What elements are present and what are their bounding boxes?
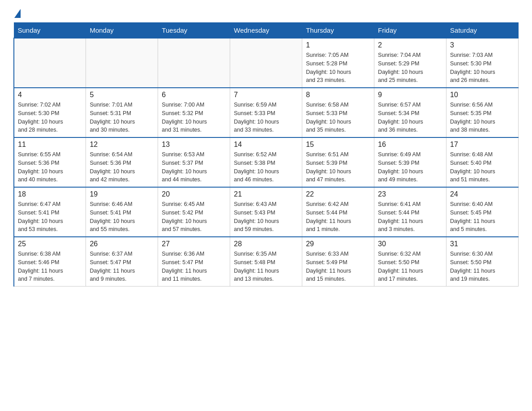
day-number: 1 <box>306 41 370 49</box>
day-number: 26 <box>90 240 154 248</box>
calendar-cell: 18Sunrise: 6:47 AM Sunset: 5:41 PM Dayli… <box>14 187 86 237</box>
day-info: Sunrise: 6:46 AM Sunset: 5:41 PM Dayligh… <box>90 200 154 234</box>
day-info: Sunrise: 6:32 AM Sunset: 5:50 PM Dayligh… <box>378 250 442 283</box>
day-info: Sunrise: 7:02 AM Sunset: 5:30 PM Dayligh… <box>18 101 82 134</box>
weekday-header-wednesday: Wednesday <box>230 23 302 39</box>
day-number: 12 <box>90 141 154 149</box>
logo-triangle-icon <box>14 9 21 18</box>
day-info: Sunrise: 6:42 AM Sunset: 5:44 PM Dayligh… <box>306 200 370 234</box>
day-number: 30 <box>378 240 442 248</box>
calendar-cell: 1Sunrise: 7:05 AM Sunset: 5:28 PM Daylig… <box>302 38 374 88</box>
day-number: 2 <box>378 41 442 49</box>
day-info: Sunrise: 6:30 AM Sunset: 5:50 PM Dayligh… <box>450 250 515 283</box>
weekday-header-friday: Friday <box>374 23 446 39</box>
day-number: 13 <box>162 141 226 149</box>
calendar-cell: 20Sunrise: 6:45 AM Sunset: 5:42 PM Dayli… <box>158 187 230 237</box>
calendar-week-2: 4Sunrise: 7:02 AM Sunset: 5:30 PM Daylig… <box>14 88 519 137</box>
day-number: 10 <box>450 91 515 99</box>
day-info: Sunrise: 6:37 AM Sunset: 5:47 PM Dayligh… <box>90 250 154 283</box>
day-info: Sunrise: 6:54 AM Sunset: 5:36 PM Dayligh… <box>90 150 154 184</box>
weekday-header-sunday: Sunday <box>14 23 86 39</box>
day-number: 18 <box>18 190 82 198</box>
day-number: 4 <box>18 91 82 99</box>
day-number: 19 <box>90 190 154 198</box>
day-info: Sunrise: 7:00 AM Sunset: 5:32 PM Dayligh… <box>162 101 226 134</box>
calendar-body: 1Sunrise: 7:05 AM Sunset: 5:28 PM Daylig… <box>14 38 519 287</box>
calendar-cell: 15Sunrise: 6:51 AM Sunset: 5:39 PM Dayli… <box>302 137 374 187</box>
calendar-cell: 13Sunrise: 6:53 AM Sunset: 5:37 PM Dayli… <box>158 137 230 187</box>
calendar-cell: 23Sunrise: 6:41 AM Sunset: 5:44 PM Dayli… <box>374 187 446 237</box>
calendar-cell: 24Sunrise: 6:40 AM Sunset: 5:45 PM Dayli… <box>446 187 519 237</box>
calendar-cell: 2Sunrise: 7:04 AM Sunset: 5:29 PM Daylig… <box>374 38 446 88</box>
day-info: Sunrise: 6:47 AM Sunset: 5:41 PM Dayligh… <box>18 200 82 234</box>
day-info: Sunrise: 6:53 AM Sunset: 5:37 PM Dayligh… <box>162 150 226 184</box>
day-number: 11 <box>18 141 82 149</box>
calendar-cell: 17Sunrise: 6:48 AM Sunset: 5:40 PM Dayli… <box>446 137 519 187</box>
weekday-header-tuesday: Tuesday <box>158 23 230 39</box>
calendar-cell: 12Sunrise: 6:54 AM Sunset: 5:36 PM Dayli… <box>86 137 158 187</box>
calendar-cell: 9Sunrise: 6:57 AM Sunset: 5:34 PM Daylig… <box>374 88 446 137</box>
day-number: 5 <box>90 91 154 99</box>
day-number: 28 <box>234 240 298 248</box>
day-number: 7 <box>234 91 298 99</box>
day-number: 6 <box>162 91 226 99</box>
day-number: 25 <box>18 240 82 248</box>
day-number: 17 <box>450 141 515 149</box>
calendar-cell: 4Sunrise: 7:02 AM Sunset: 5:30 PM Daylig… <box>14 88 86 137</box>
day-info: Sunrise: 6:55 AM Sunset: 5:36 PM Dayligh… <box>18 150 82 184</box>
calendar-week-1: 1Sunrise: 7:05 AM Sunset: 5:28 PM Daylig… <box>14 38 519 88</box>
day-info: Sunrise: 6:40 AM Sunset: 5:45 PM Dayligh… <box>450 200 515 234</box>
day-info: Sunrise: 7:01 AM Sunset: 5:31 PM Dayligh… <box>90 101 154 134</box>
calendar-cell <box>158 38 230 88</box>
calendar-cell: 26Sunrise: 6:37 AM Sunset: 5:47 PM Dayli… <box>86 237 158 287</box>
day-info: Sunrise: 6:36 AM Sunset: 5:47 PM Dayligh… <box>162 250 226 283</box>
calendar-cell: 31Sunrise: 6:30 AM Sunset: 5:50 PM Dayli… <box>446 237 519 287</box>
calendar-cell: 27Sunrise: 6:36 AM Sunset: 5:47 PM Dayli… <box>158 237 230 287</box>
day-number: 21 <box>234 190 298 198</box>
calendar-cell: 25Sunrise: 6:38 AM Sunset: 5:46 PM Dayli… <box>14 237 86 287</box>
day-number: 16 <box>378 141 442 149</box>
day-number: 23 <box>378 190 442 198</box>
weekday-header-monday: Monday <box>86 23 158 39</box>
day-number: 22 <box>306 190 370 198</box>
day-info: Sunrise: 6:49 AM Sunset: 5:39 PM Dayligh… <box>378 150 442 184</box>
calendar-cell: 7Sunrise: 6:59 AM Sunset: 5:33 PM Daylig… <box>230 88 302 137</box>
calendar-cell: 22Sunrise: 6:42 AM Sunset: 5:44 PM Dayli… <box>302 187 374 237</box>
calendar-cell: 6Sunrise: 7:00 AM Sunset: 5:32 PM Daylig… <box>158 88 230 137</box>
day-number: 29 <box>306 240 370 248</box>
day-info: Sunrise: 6:52 AM Sunset: 5:38 PM Dayligh… <box>234 150 298 184</box>
calendar-cell <box>230 38 302 88</box>
day-number: 15 <box>306 141 370 149</box>
calendar-cell: 11Sunrise: 6:55 AM Sunset: 5:36 PM Dayli… <box>14 137 86 187</box>
calendar-cell: 16Sunrise: 6:49 AM Sunset: 5:39 PM Dayli… <box>374 137 446 187</box>
weekday-header-saturday: Saturday <box>446 23 519 39</box>
day-info: Sunrise: 6:35 AM Sunset: 5:48 PM Dayligh… <box>234 250 298 283</box>
calendar-cell: 19Sunrise: 6:46 AM Sunset: 5:41 PM Dayli… <box>86 187 158 237</box>
calendar-cell: 5Sunrise: 7:01 AM Sunset: 5:31 PM Daylig… <box>86 88 158 137</box>
calendar-cell <box>86 38 158 88</box>
calendar-cell: 10Sunrise: 6:56 AM Sunset: 5:35 PM Dayli… <box>446 88 519 137</box>
calendar-cell: 3Sunrise: 7:03 AM Sunset: 5:30 PM Daylig… <box>446 38 519 88</box>
calendar-cell <box>14 38 86 88</box>
calendar-week-5: 25Sunrise: 6:38 AM Sunset: 5:46 PM Dayli… <box>14 237 519 287</box>
day-number: 27 <box>162 240 226 248</box>
day-info: Sunrise: 6:43 AM Sunset: 5:43 PM Dayligh… <box>234 200 298 234</box>
calendar-cell: 28Sunrise: 6:35 AM Sunset: 5:48 PM Dayli… <box>230 237 302 287</box>
day-info: Sunrise: 6:45 AM Sunset: 5:42 PM Dayligh… <box>162 200 226 234</box>
day-info: Sunrise: 7:05 AM Sunset: 5:28 PM Dayligh… <box>306 51 370 85</box>
day-info: Sunrise: 6:33 AM Sunset: 5:49 PM Dayligh… <box>306 250 370 283</box>
day-info: Sunrise: 6:38 AM Sunset: 5:46 PM Dayligh… <box>18 250 82 283</box>
weekday-header-thursday: Thursday <box>302 23 374 39</box>
day-info: Sunrise: 6:41 AM Sunset: 5:44 PM Dayligh… <box>378 200 442 234</box>
day-number: 3 <box>450 41 515 49</box>
day-info: Sunrise: 7:03 AM Sunset: 5:30 PM Dayligh… <box>450 51 515 85</box>
calendar-cell: 21Sunrise: 6:43 AM Sunset: 5:43 PM Dayli… <box>230 187 302 237</box>
day-info: Sunrise: 7:04 AM Sunset: 5:29 PM Dayligh… <box>378 51 442 85</box>
day-number: 20 <box>162 190 226 198</box>
calendar-week-4: 18Sunrise: 6:47 AM Sunset: 5:41 PM Dayli… <box>14 187 519 237</box>
calendar-cell: 29Sunrise: 6:33 AM Sunset: 5:49 PM Dayli… <box>302 237 374 287</box>
day-info: Sunrise: 6:59 AM Sunset: 5:33 PM Dayligh… <box>234 101 298 134</box>
day-number: 24 <box>450 190 515 198</box>
day-info: Sunrise: 6:57 AM Sunset: 5:34 PM Dayligh… <box>378 101 442 134</box>
day-info: Sunrise: 6:56 AM Sunset: 5:35 PM Dayligh… <box>450 101 515 134</box>
